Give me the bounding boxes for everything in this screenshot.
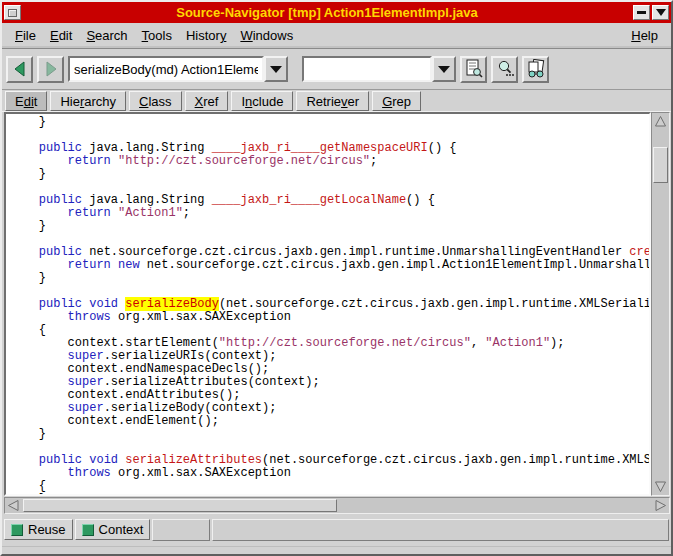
label-text: E: [50, 28, 59, 43]
scroll-down-button[interactable]: [653, 479, 668, 494]
vertical-scroll-thumb[interactable]: [653, 147, 668, 183]
menu-edit[interactable]: Edit: [43, 25, 79, 46]
menu-search[interactable]: Search: [79, 25, 134, 46]
code-segment: [10, 258, 68, 272]
scroll-up-button[interactable]: [653, 114, 668, 129]
code-line: }: [10, 168, 649, 181]
forward-arrow-icon: [42, 60, 60, 78]
code-line: return "Action1";: [10, 207, 649, 220]
code-segment: creat: [629, 245, 651, 259]
search-tool-button[interactable]: [491, 56, 518, 83]
label-text: ools: [148, 28, 172, 43]
source-navigator-window: Source-Navigator [tmp] Action1ElementImp…: [0, 0, 673, 556]
bottom-tab-reuse[interactable]: Reuse: [4, 519, 73, 540]
status-panel-wide: [212, 519, 669, 541]
code-segment: () {: [406, 193, 435, 207]
minimize-button[interactable]: [633, 5, 650, 20]
bottom-strip: [2, 546, 671, 554]
code-segment: );: [550, 336, 564, 350]
code-editor[interactable]: } public java.lang.String ____jaxb_ri___…: [4, 112, 651, 496]
menu-tools[interactable]: Tools: [135, 25, 179, 46]
code-segment: org.xml.sax.SAXException: [111, 466, 291, 480]
tab-edit[interactable]: Edit: [5, 91, 47, 111]
code-segment: public: [39, 245, 82, 259]
bottom-bar: ReuseContext: [2, 514, 671, 546]
history-forward-button[interactable]: [37, 56, 64, 83]
code-segment: [111, 258, 118, 272]
label-text: X: [195, 94, 204, 109]
code-text: } public java.lang.String ____jaxb_ri___…: [6, 114, 649, 496]
label-text: earch: [95, 28, 128, 43]
maximize-button[interactable]: [652, 5, 669, 20]
code-line: }: [10, 272, 649, 285]
code-segment: }: [10, 492, 46, 496]
code-segment: "http://czt.sourceforge.net/circus": [118, 154, 370, 168]
code-segment: throws: [68, 310, 111, 324]
code-segment: ____jaxb_ri____getLocalName: [212, 193, 406, 207]
code-segment: .serializeAttributes(context);: [104, 375, 320, 389]
magnifier-ellipsis-icon: [495, 59, 515, 79]
view-symbol-button[interactable]: [460, 56, 487, 83]
green-square-icon: [82, 524, 94, 536]
label-text: archy: [84, 94, 116, 109]
code-segment: void: [89, 453, 118, 467]
label-text: E: [15, 94, 24, 109]
scroll-left-button[interactable]: [6, 498, 21, 513]
tab-class[interactable]: Class: [129, 91, 182, 111]
menu-history[interactable]: History: [179, 25, 233, 46]
code-segment: context.endNamespaceDecls();: [10, 362, 269, 376]
code-segment: }: [10, 167, 46, 181]
bottom-tab-context[interactable]: Context: [75, 519, 151, 540]
symbol-history-combo: [68, 56, 288, 82]
code-segment: net.sourceforge.czt.circus.jaxb.gen.impl…: [140, 258, 651, 272]
code-segment: (net.sourceforge.czt.circus.jaxb.gen.imp…: [219, 297, 651, 311]
code-segment: }: [10, 219, 46, 233]
code-segment: serializeAttributes: [125, 453, 262, 467]
window-menu-button[interactable]: [4, 5, 21, 20]
code-segment: void: [89, 297, 118, 311]
label-text: S: [86, 28, 95, 43]
menu-windows[interactable]: Windows: [233, 25, 300, 46]
code-segment: [10, 245, 39, 259]
symbol-history-dropdown-button[interactable]: [264, 56, 288, 82]
code-segment: }: [10, 271, 46, 285]
triangle-up-icon: [654, 115, 667, 128]
code-segment: context.startElement(: [10, 336, 219, 350]
retriever-tool-button[interactable]: [522, 56, 549, 83]
tab-include[interactable]: Include: [231, 91, 293, 111]
vertical-scrollbar[interactable]: [651, 112, 670, 496]
code-segment: context.endElement();: [10, 414, 219, 428]
tab-xref[interactable]: Xref: [185, 91, 229, 111]
window-menu-icon: [8, 9, 17, 17]
titlebar[interactable]: Source-Navigator [tmp] Action1ElementImp…: [2, 2, 671, 23]
horizontal-scrollbar[interactable]: [4, 497, 670, 514]
tab-retriever[interactable]: Retriever: [296, 91, 369, 111]
tab-grep[interactable]: Grep: [372, 91, 421, 111]
status-panel-small: [152, 519, 210, 541]
history-back-button[interactable]: [6, 56, 33, 83]
code-segment: public: [39, 141, 82, 155]
menubar-left: FileEditSearchToolsHistoryWindows: [8, 25, 300, 46]
triangle-left-icon: [7, 499, 20, 512]
code-segment: return: [68, 206, 111, 220]
menu-file[interactable]: File: [8, 25, 43, 46]
symbol-history-input[interactable]: [68, 56, 264, 82]
editor-block: } public java.lang.String ____jaxb_ri___…: [2, 111, 671, 514]
search-dropdown-button[interactable]: [432, 56, 456, 82]
code-segment: }: [10, 115, 46, 129]
code-segment: [111, 154, 118, 168]
code-segment: [10, 154, 68, 168]
code-segment: [111, 206, 118, 220]
code-segment: public: [39, 193, 82, 207]
scroll-right-button[interactable]: [653, 498, 668, 513]
tab-hierarchy[interactable]: Hierarchy: [50, 91, 126, 111]
code-line: throws org.xml.sax.SAXException: [10, 467, 649, 480]
code-segment: net.sourceforge.czt.circus.jaxb.gen.impl…: [82, 245, 629, 259]
menu-help[interactable]: Help: [624, 25, 665, 46]
label-text: rep: [392, 94, 411, 109]
label-text: di: [24, 94, 34, 109]
search-input[interactable]: [302, 56, 432, 82]
code-segment: () {: [428, 141, 457, 155]
horizontal-scroll-thumb[interactable]: [23, 499, 337, 512]
highlighted-symbol: serializeBody: [125, 297, 219, 311]
